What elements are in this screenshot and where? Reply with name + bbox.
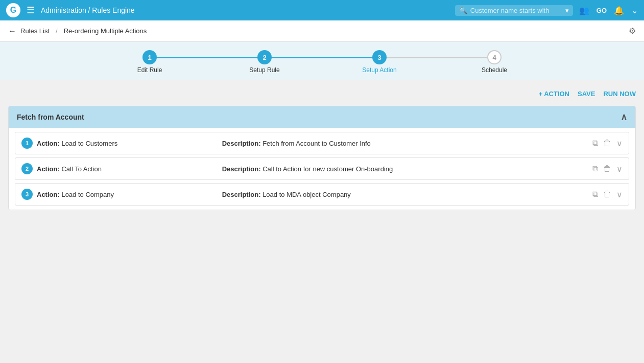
step-4-label: Schedule [482, 66, 507, 74]
settings-icon[interactable]: ⚙ [629, 26, 636, 36]
desc-label-2: Description: [222, 165, 261, 173]
expand-icon-1[interactable]: ∨ [616, 139, 623, 148]
action-list: 1 Action: Load to Customers Description:… [9, 128, 635, 210]
desc-value-2: Call to Action for new customer On-board… [263, 165, 393, 173]
card-header-title: Fetch from Account [17, 113, 84, 121]
fetch-account-card: Fetch from Account ∧ 1 Action: Load to C… [8, 106, 636, 210]
action-label-2: Action: [37, 165, 60, 173]
desc-value-3: Load to MDA object Company [263, 191, 351, 198]
step-connector-3 [379, 57, 494, 58]
step-3-label: Setup Action [362, 66, 396, 74]
step-2-circle: 2 [257, 50, 272, 64]
delete-icon-1[interactable]: 🗑 [603, 139, 611, 148]
collapse-icon[interactable]: ∧ [621, 111, 627, 123]
action-name-3: Action: Load to Company [37, 191, 222, 198]
hamburger-menu[interactable]: ☰ [27, 5, 35, 16]
page-title: Re-ordering Multiple Actions [64, 27, 147, 35]
action-num-2: 2 [21, 163, 33, 174]
step-connector-1 [150, 57, 265, 58]
search-dropdown-icon[interactable]: ▾ [565, 7, 569, 14]
action-desc-1: Description: Fetch from Account to Custo… [222, 140, 592, 147]
step-1-circle: 1 [142, 50, 157, 64]
breadcrumb-bar: ← Rules List / Re-ordering Multiple Acti… [0, 20, 644, 42]
step-1-label: Edit Rule [137, 66, 162, 74]
delete-icon-3[interactable]: 🗑 [603, 190, 611, 199]
action-controls-3: ⧉ 🗑 ∨ [592, 190, 623, 199]
chevron-down-icon[interactable]: ⌄ [631, 6, 638, 15]
action-label-1: Action: [37, 140, 60, 147]
breadcrumb-separator: / [56, 27, 58, 35]
step-2[interactable]: 2 Setup Rule [207, 50, 322, 74]
top-nav: G ☰ Administration / Rules Engine 🔍 ▾ 👥 … [0, 0, 644, 20]
action-value-2: Call To Action [61, 165, 102, 173]
action-toolbar: + ACTION SAVE RUN NOW [8, 86, 636, 102]
main-content: + ACTION SAVE RUN NOW Fetch from Account… [0, 80, 644, 335]
expand-icon-2[interactable]: ∨ [616, 164, 623, 174]
action-name-1: Action: Load to Customers [37, 140, 222, 147]
step-4-circle: 4 [487, 50, 502, 64]
action-name-2: Action: Call To Action [37, 165, 222, 173]
step-3-circle: 3 [372, 50, 387, 64]
copy-icon-2[interactable]: ⧉ [592, 164, 598, 173]
rules-list-link[interactable]: Rules List [20, 27, 50, 35]
action-controls-1: ⧉ 🗑 ∨ [592, 139, 623, 148]
desc-value-1: Fetch from Account to Customer Info [263, 140, 371, 147]
logo: G [6, 3, 20, 17]
back-button[interactable]: ← [8, 27, 16, 36]
desc-label-3: Description: [222, 191, 261, 198]
search-input[interactable] [470, 7, 562, 14]
desc-label-1: Description: [222, 140, 261, 147]
action-row: 3 Action: Load to Company Description: L… [15, 183, 629, 206]
step-4[interactable]: 4 Schedule [437, 50, 552, 74]
bell-icon[interactable]: 🔔 [614, 6, 624, 15]
search-icon: 🔍 [459, 7, 467, 14]
save-button[interactable]: SAVE [578, 90, 595, 98]
stepper: 1 Edit Rule 2 Setup Rule 3 Setup Action … [92, 50, 552, 74]
action-desc-3: Description: Load to MDA object Company [222, 191, 592, 198]
stepper-section: 1 Edit Rule 2 Setup Rule 3 Setup Action … [0, 42, 644, 80]
action-row: 2 Action: Call To Action Description: Ca… [15, 157, 629, 180]
nav-icons: 👥 GO 🔔 ⌄ [579, 6, 638, 15]
step-1[interactable]: 1 Edit Rule [92, 50, 207, 74]
users-icon[interactable]: 👥 [579, 6, 589, 15]
run-now-button[interactable]: RUN NOW [603, 90, 636, 98]
action-label-3: Action: [37, 191, 60, 198]
action-num-1: 1 [21, 138, 33, 149]
step-connector-2 [265, 57, 379, 58]
card-header: Fetch from Account ∧ [9, 106, 635, 128]
action-row: 1 Action: Load to Customers Description:… [15, 132, 629, 154]
action-value-1: Load to Customers [61, 140, 117, 147]
copy-icon-1[interactable]: ⧉ [592, 139, 598, 148]
delete-icon-2[interactable]: 🗑 [603, 164, 611, 173]
step-3[interactable]: 3 Setup Action [322, 50, 437, 74]
top-nav-breadcrumb: Administration / Rules Engine [41, 6, 449, 14]
action-value-3: Load to Company [61, 191, 114, 198]
action-controls-2: ⧉ 🗑 ∨ [592, 164, 623, 174]
action-desc-2: Description: Call to Action for new cust… [222, 165, 592, 173]
search-bar[interactable]: 🔍 ▾ [455, 5, 573, 16]
go-label[interactable]: GO [597, 7, 607, 14]
action-num-3: 3 [21, 189, 33, 200]
add-action-button[interactable]: + ACTION [538, 90, 569, 98]
copy-icon-3[interactable]: ⧉ [592, 190, 598, 199]
expand-icon-3[interactable]: ∨ [616, 190, 623, 199]
step-2-label: Setup Rule [249, 66, 279, 74]
